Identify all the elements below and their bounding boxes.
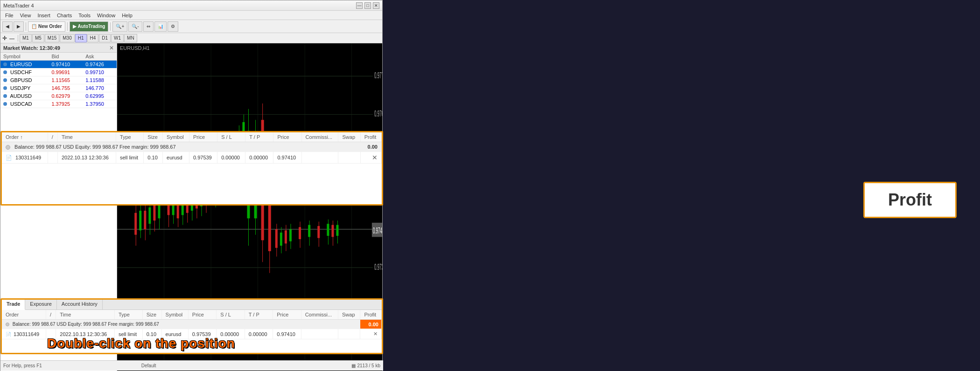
new-order-button[interactable]: 📋 New Order — [28, 21, 65, 32]
sym-dot-eurusd — [3, 62, 7, 66]
mw-bid-usdchf: 0.99691 — [49, 69, 83, 76]
mw-ask-usdchf: 0.99710 — [83, 69, 117, 76]
col-time: Time — [57, 132, 116, 142]
forward-button[interactable]: ▶ — [14, 21, 24, 32]
menu-view[interactable]: View — [17, 12, 34, 19]
order-tp: 0.00000 — [245, 152, 273, 164]
mini-order-price: 0.97539 — [188, 329, 216, 339]
order-time: 2022.10.13 12:30:36 — [57, 152, 116, 164]
tf-m5[interactable]: M5 — [32, 34, 44, 42]
svg-rect-76 — [289, 229, 292, 241]
mw-row-audusd[interactable]: AUDUSD 0.62979 0.62995 — [0, 92, 117, 100]
mw-row-eurusd[interactable]: EURUSD 0.97410 0.97426 — [0, 61, 117, 69]
menu-file[interactable]: File — [2, 12, 16, 19]
order-close-button[interactable]: ✕ — [372, 154, 378, 161]
mini-col-price: Price — [188, 310, 216, 320]
order-sl: 0.00000 — [217, 152, 245, 164]
tab-account-history[interactable]: Account History — [57, 300, 103, 309]
mw-row-usdcad[interactable]: USDCAD 1.37925 1.37950 — [0, 100, 117, 108]
svg-rect-86 — [331, 225, 334, 237]
chart-scroll-button[interactable]: ⇔ — [143, 21, 154, 32]
status-bar: For Help, press F1 Default ▦ 2113 / 5 kb — [0, 360, 383, 371]
mini-col-sep: / — [46, 310, 56, 320]
mini-order-row[interactable]: 📄 130311649 2022.10.13 12:30:36 sell lim… — [2, 329, 382, 339]
tab-trade[interactable]: Trade — [2, 300, 25, 310]
sym-dot-usdcad — [3, 102, 7, 106]
mini-close-button[interactable]: ✕ — [373, 331, 378, 337]
market-watch-header: Market Watch: 12:30:49 ✕ — [0, 43, 117, 53]
status-kb: 2113 / 5 kb — [357, 363, 380, 368]
mw-symbol-audusd: AUDUSD — [0, 92, 49, 100]
mini-order-id: 130311649 — [14, 331, 39, 337]
mini-col-symbol: Symbol — [161, 310, 188, 320]
mw-symbol-eurusd: EURUSD — [0, 61, 49, 69]
mini-order-cur-price: 0.97410 — [273, 329, 301, 339]
tab-exposure[interactable]: Exposure — [25, 300, 56, 309]
close-button[interactable]: ✕ — [373, 2, 379, 9]
market-watch-table: Symbol Bid Ask EURUSD 0.97410 0.97426 — [0, 53, 117, 108]
toolbar: ◀ ▶ 📋 New Order ▶ AutoTrading 🔍+ 🔍- ⇔ 📊 … — [0, 20, 382, 33]
mini-order-sl: 0.00000 — [217, 329, 245, 339]
order-sep-cell — [48, 152, 57, 164]
mini-order-doc-icon: 📄 — [6, 332, 11, 337]
tf-m30[interactable]: M30 — [60, 34, 74, 42]
col-symbol: Symbol — [0, 53, 49, 61]
mini-order-close: ✕ — [360, 329, 382, 339]
tf-m1[interactable]: M1 — [20, 34, 32, 42]
mw-symbol-usdjpy: USDJPY — [0, 84, 49, 92]
order-row-130311649[interactable]: 📄 130311649 2022.10.13 12:30:36 sell lim… — [2, 152, 382, 164]
mini-terminal-panel: Trade Exposure Account History Order / T… — [0, 298, 383, 354]
mw-row-gbpusd[interactable]: GBPUSD 1.11565 1.11588 — [0, 76, 117, 84]
svg-rect-78 — [299, 227, 301, 239]
tf-h1[interactable]: H1 — [75, 34, 87, 42]
mini-order-icon-cell: 📄 130311649 — [2, 329, 46, 339]
tf-m15[interactable]: M15 — [45, 34, 59, 42]
svg-rect-80 — [308, 225, 310, 237]
mw-row-usdjpy[interactable]: USDJPY 146.755 146.770 — [0, 84, 117, 92]
menu-charts[interactable]: Charts — [54, 12, 75, 19]
menu-insert[interactable]: Insert — [35, 12, 53, 19]
market-watch-close-button[interactable]: ✕ — [109, 45, 114, 51]
tf-w1[interactable]: W1 — [111, 34, 124, 42]
menu-bar: File View Insert Charts Tools Window Hel… — [0, 11, 382, 20]
back-button[interactable]: ◀ — [2, 21, 13, 32]
zoom-out-button[interactable]: 🔍- — [128, 21, 142, 32]
minimize-button[interactable]: — — [356, 2, 363, 9]
menu-window[interactable]: Window — [94, 12, 118, 19]
mini-balance-dot — [6, 323, 9, 326]
svg-rect-88 — [336, 225, 338, 236]
mini-col-commission: Commissi... — [301, 310, 338, 320]
indicators-button[interactable]: 📊 — [154, 21, 167, 32]
maximize-button[interactable]: □ — [364, 2, 371, 9]
mini-col-cur-price: Price — [273, 310, 301, 320]
tf-d1[interactable]: D1 — [99, 34, 111, 42]
mw-ask-eurusd: 0.97426 — [83, 61, 117, 69]
menu-tools[interactable]: Tools — [76, 12, 93, 19]
mw-ask-audusd: 0.62995 — [83, 92, 117, 100]
svg-rect-34 — [153, 205, 155, 220]
tf-h4[interactable]: H4 — [87, 34, 99, 42]
settings-button[interactable]: ⚙ — [168, 21, 178, 32]
tf-mn[interactable]: MN — [124, 34, 137, 42]
order-doc-icon: 📄 — [6, 155, 12, 160]
col-type: Type — [116, 132, 143, 142]
mw-ask-gbpusd: 1.11588 — [83, 76, 117, 84]
col-price: Price — [189, 132, 217, 142]
col-symbol: Symbol — [163, 132, 189, 142]
mini-balance-text: Balance: 999 988.67 USD Equity: 999 988.… — [2, 320, 360, 329]
zoom-in-button[interactable]: 🔍+ — [112, 21, 127, 32]
mw-bid-audusd: 0.62979 — [49, 92, 83, 100]
profit-label: Profit — [888, 190, 932, 210]
mw-row-usdchf[interactable]: USDCHF 0.99691 0.99710 — [0, 69, 117, 76]
mw-bid-eurusd: 0.97410 — [49, 61, 83, 69]
toolbar-sep-2 — [67, 22, 68, 31]
status-right: ▦ 2113 / 5 kb — [351, 363, 380, 368]
mini-order-commission — [301, 329, 338, 339]
auto-trading-button[interactable]: ▶ AutoTrading — [70, 21, 109, 32]
menu-help[interactable]: Help — [119, 12, 135, 19]
svg-rect-30 — [144, 211, 146, 229]
order-profit-cell: ✕ — [360, 152, 381, 164]
window-title: MetaTrader 4 — [3, 3, 34, 8]
order-symbol: eurusd — [163, 152, 189, 164]
svg-rect-70 — [275, 229, 278, 248]
